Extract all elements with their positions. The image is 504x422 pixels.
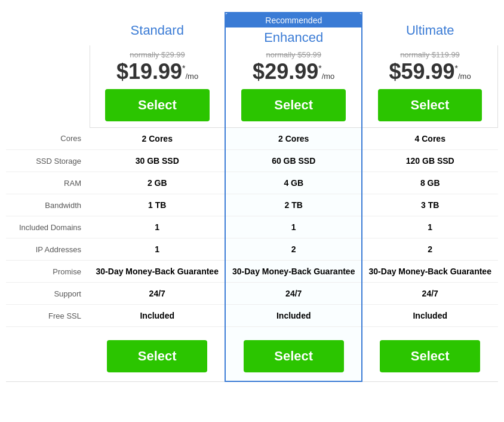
enhanced-bandwidth: 2 TB bbox=[225, 194, 362, 216]
ip-row: IP Addresses 1 2 2 bbox=[6, 238, 498, 261]
enhanced-support: 24/7 bbox=[225, 283, 362, 305]
enhanced-current-price: $29.99*/mo bbox=[253, 59, 334, 84]
bandwidth-row: Bandwidth 1 TB 2 TB 3 TB bbox=[6, 194, 498, 216]
ssl-row: Free SSL Included Included Included bbox=[6, 305, 498, 327]
cores-row: Cores 2 Cores 2 Cores 4 Cores bbox=[6, 128, 498, 150]
enhanced-ssl: Included bbox=[225, 305, 362, 327]
ultimate-bottom-select-cell: Select bbox=[362, 327, 498, 382]
standard-select-bottom-button[interactable]: Select bbox=[107, 340, 207, 372]
ram-label: RAM bbox=[6, 172, 90, 194]
domains-label: Included Domains bbox=[6, 216, 90, 238]
ultimate-bandwidth: 3 TB bbox=[362, 194, 498, 216]
standard-plan-name: Standard bbox=[131, 23, 184, 40]
pricing-table: Standard Recommended Enhanced Ultimate n… bbox=[6, 12, 498, 382]
enhanced-promise: 30-Day Money-Back Guarantee bbox=[225, 261, 362, 283]
enhanced-select-top-button[interactable]: Select bbox=[241, 89, 346, 121]
standard-ip: 1 bbox=[90, 238, 225, 261]
standard-ssd: 30 GB SSD bbox=[90, 150, 225, 172]
enhanced-plan-name: Enhanced bbox=[264, 30, 323, 47]
cores-label: Cores bbox=[6, 128, 90, 150]
enhanced-price-cell: normally $59.99 $29.99*/mo Select bbox=[225, 45, 362, 128]
ram-row: RAM 2 GB 4 GB 8 GB bbox=[6, 172, 498, 194]
pricing-wrapper: Standard Recommended Enhanced Ultimate n… bbox=[0, 6, 504, 388]
ultimate-ssd: 120 GB SSD bbox=[362, 150, 498, 172]
enhanced-select-bottom-button[interactable]: Select bbox=[244, 340, 344, 372]
support-label: Support bbox=[6, 283, 90, 305]
enhanced-ip: 2 bbox=[225, 238, 362, 261]
ssd-row: SSD Storage 30 GB SSD 60 GB SSD 120 GB S… bbox=[6, 150, 498, 172]
price-label-spacer bbox=[6, 45, 90, 128]
ultimate-current-price: $59.99*/mo bbox=[389, 59, 471, 84]
standard-ram: 2 GB bbox=[90, 172, 225, 194]
promise-row: Promise 30-Day Money-Back Guarantee 30-D… bbox=[6, 261, 498, 283]
ultimate-price-cell: normally $119.99 $59.99*/mo Select bbox=[362, 45, 498, 128]
standard-support: 24/7 bbox=[90, 283, 225, 305]
promise-label: Promise bbox=[6, 261, 90, 283]
enhanced-name-cell: Recommended Enhanced bbox=[225, 13, 362, 45]
bottom-select-row: Select Select Select bbox=[6, 327, 498, 382]
standard-promise: 30-Day Money-Back Guarantee bbox=[90, 261, 225, 283]
ultimate-ip: 2 bbox=[362, 238, 498, 261]
enhanced-cores: 2 Cores bbox=[225, 128, 362, 150]
standard-price-cell: normally $29.99 $19.99*/mo Select bbox=[90, 45, 225, 128]
support-row: Support 24/7 24/7 24/7 bbox=[6, 283, 498, 305]
enhanced-ssd: 60 GB SSD bbox=[225, 150, 362, 172]
standard-ssl: Included bbox=[90, 305, 225, 327]
ip-label: IP Addresses bbox=[6, 238, 90, 261]
label-spacer bbox=[6, 13, 90, 45]
ssd-label: SSD Storage bbox=[6, 150, 90, 172]
price-row: normally $29.99 $19.99*/mo Select normal… bbox=[6, 45, 498, 128]
enhanced-original-price: normally $59.99 bbox=[228, 50, 359, 59]
ultimate-plan-name: Ultimate bbox=[406, 23, 454, 40]
bottom-label-spacer bbox=[6, 327, 90, 382]
standard-original-price: normally $29.99 bbox=[93, 50, 223, 59]
enhanced-domains: 1 bbox=[225, 216, 362, 238]
domains-row: Included Domains 1 1 1 bbox=[6, 216, 498, 238]
ultimate-support: 24/7 bbox=[362, 283, 498, 305]
standard-bandwidth: 1 TB bbox=[90, 194, 225, 216]
standard-select-top-button[interactable]: Select bbox=[105, 89, 209, 121]
recommended-badge: Recommended bbox=[226, 13, 361, 27]
ultimate-promise: 30-Day Money-Back Guarantee bbox=[362, 261, 498, 283]
ultimate-ssl: Included bbox=[362, 305, 498, 327]
enhanced-ram: 4 GB bbox=[225, 172, 362, 194]
ultimate-select-top-button[interactable]: Select bbox=[378, 89, 482, 121]
ultimate-select-bottom-button[interactable]: Select bbox=[380, 340, 480, 372]
ssl-label: Free SSL bbox=[6, 305, 90, 327]
ultimate-cores: 4 Cores bbox=[362, 128, 498, 150]
standard-name-cell: Standard bbox=[90, 13, 225, 45]
standard-domains: 1 bbox=[90, 216, 225, 238]
plan-name-row: Standard Recommended Enhanced Ultimate bbox=[6, 13, 498, 45]
ultimate-name-cell: Ultimate bbox=[362, 13, 498, 45]
standard-current-price: $19.99*/mo bbox=[116, 59, 198, 84]
ultimate-ram: 8 GB bbox=[362, 172, 498, 194]
standard-cores: 2 Cores bbox=[90, 128, 225, 150]
bandwidth-label: Bandwidth bbox=[6, 194, 90, 216]
ultimate-original-price: normally $119.99 bbox=[365, 50, 495, 59]
ultimate-domains: 1 bbox=[362, 216, 498, 238]
enhanced-bottom-select-cell: Select bbox=[225, 327, 362, 382]
standard-bottom-select-cell: Select bbox=[90, 327, 225, 382]
